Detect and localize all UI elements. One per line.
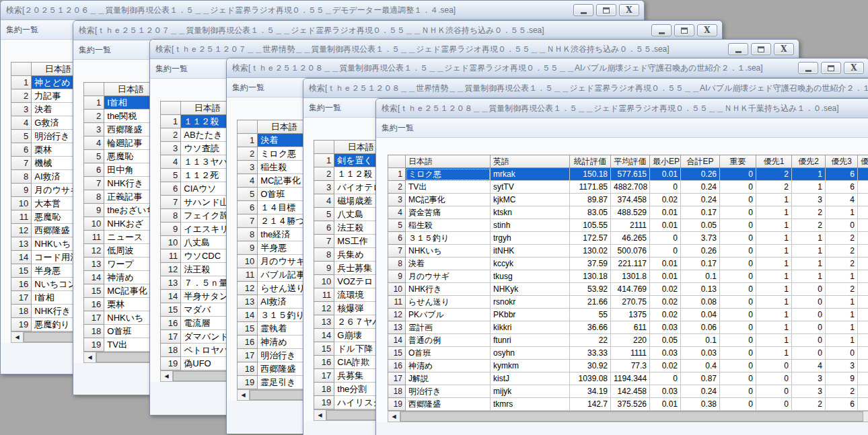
- row-number-cell[interactable]: 4: [238, 174, 258, 188]
- result-cell[interactable]: 0: [792, 347, 826, 360]
- result-cell[interactable]: 2: [756, 181, 792, 194]
- result-cell[interactable]: 0: [650, 372, 681, 385]
- result-cell[interactable]: 0: [720, 334, 756, 347]
- row-number-cell[interactable]: 2: [84, 110, 104, 123]
- maximize-button[interactable]: [751, 43, 771, 55]
- result-cell[interactable]: 130.02: [570, 245, 611, 258]
- row-number-cell[interactable]: 6: [11, 143, 32, 157]
- row-number-cell[interactable]: 12: [161, 263, 181, 276]
- result-cell[interactable]: 神清め: [406, 360, 491, 372]
- row-number-cell[interactable]: 16: [84, 298, 104, 311]
- row-number-cell[interactable]: 19: [11, 318, 32, 331]
- result-cell[interactable]: 1: [756, 206, 792, 219]
- overflow-cell[interactable]: [858, 347, 868, 360]
- result-cell[interactable]: 0: [720, 194, 756, 206]
- result-cell[interactable]: 142.458: [611, 385, 650, 398]
- row-number-cell[interactable]: 5: [314, 208, 334, 221]
- row-number-cell[interactable]: 14: [161, 290, 181, 303]
- row-number-cell[interactable]: 16: [238, 335, 258, 349]
- row-number-cell[interactable]: 14: [11, 251, 32, 264]
- overflow-cell[interactable]: [858, 360, 868, 372]
- result-cell[interactable]: kikkri: [491, 321, 570, 334]
- close-button[interactable]: X: [844, 62, 864, 74]
- close-button[interactable]: X: [774, 43, 794, 55]
- row-number-cell[interactable]: 19: [238, 376, 258, 389]
- result-cell[interactable]: 6: [826, 181, 858, 194]
- result-cell[interactable]: 0.24: [681, 194, 720, 206]
- result-cell[interactable]: 0.01: [650, 258, 681, 270]
- result-cell[interactable]: 2: [792, 206, 826, 219]
- row-number-cell[interactable]: 5: [11, 130, 32, 143]
- result-cell[interactable]: 0.4: [681, 360, 720, 372]
- result-cell[interactable]: 0.01: [650, 168, 681, 181]
- row-number-cell[interactable]: 1: [238, 134, 258, 147]
- result-cell[interactable]: 0.02: [650, 360, 681, 372]
- result-cell[interactable]: 22: [570, 334, 611, 347]
- result-cell[interactable]: ktskn: [491, 206, 570, 219]
- horizontal-scrollbar[interactable]: ◀: [83, 352, 157, 363]
- result-cell[interactable]: 0.03: [650, 385, 681, 398]
- row-number-cell[interactable]: 11: [84, 231, 104, 244]
- result-cell[interactable]: 明治行き: [406, 385, 491, 398]
- result-cell[interactable]: 0.01: [650, 270, 681, 283]
- result-cell[interactable]: rsnokr: [491, 296, 570, 309]
- column-header-10[interactable]: 優先3: [826, 155, 858, 168]
- result-cell[interactable]: kjkMC: [491, 194, 570, 206]
- result-cell[interactable]: 46.265: [611, 232, 650, 245]
- result-cell[interactable]: 0.24: [681, 181, 720, 194]
- result-cell[interactable]: 4882.708: [611, 181, 650, 194]
- result-cell[interactable]: 0.02: [650, 283, 681, 296]
- result-cell[interactable]: 2: [826, 385, 858, 398]
- result-cell[interactable]: 2: [756, 168, 792, 181]
- row-number-cell[interactable]: 2: [314, 167, 334, 181]
- row-number-cell[interactable]: 1: [314, 154, 334, 167]
- scroll-left-arrow[interactable]: ◀: [314, 410, 326, 420]
- result-cell[interactable]: 1171.85: [570, 181, 611, 194]
- row-number-cell[interactable]: 18: [238, 362, 258, 376]
- result-cell[interactable]: 1: [756, 283, 792, 296]
- result-cell[interactable]: 0.26: [681, 168, 720, 181]
- result-cell[interactable]: 1039.08: [570, 372, 611, 385]
- overflow-cell[interactable]: [858, 219, 868, 232]
- row-number-cell[interactable]: 8: [11, 170, 32, 184]
- column-header-overflow[interactable]: 優: [858, 155, 868, 168]
- result-cell[interactable]: 55: [570, 309, 611, 321]
- result-cell[interactable]: 資金苦痛: [406, 206, 491, 219]
- overflow-cell[interactable]: [858, 258, 868, 270]
- scrollbar-thumb[interactable]: [173, 371, 233, 381]
- row-number-cell[interactable]: 4: [84, 136, 104, 150]
- row-number-cell[interactable]: 8: [314, 248, 334, 262]
- result-cell[interactable]: 1: [756, 334, 792, 347]
- row-number-cell[interactable]: 10: [238, 255, 258, 268]
- row-number-cell[interactable]: 2: [11, 89, 32, 103]
- result-cell[interactable]: 0: [650, 181, 681, 194]
- result-cell[interactable]: 53.92: [570, 283, 611, 296]
- result-cell[interactable]: 142.7: [570, 398, 611, 411]
- row-number-cell[interactable]: 9: [314, 262, 334, 275]
- row-number-cell[interactable]: 3: [314, 181, 334, 194]
- result-cell[interactable]: 0: [720, 270, 756, 283]
- result-cell[interactable]: 1: [756, 232, 792, 245]
- row-number-cell[interactable]: 19: [314, 396, 334, 409]
- horizontal-scrollbar[interactable]: ◀: [237, 389, 311, 401]
- row-number-cell[interactable]: 7: [84, 177, 104, 190]
- result-cell[interactable]: J解説: [406, 372, 491, 385]
- row-number-cell[interactable]: 5: [84, 150, 104, 163]
- result-cell[interactable]: kymkm: [491, 360, 570, 372]
- result-cell[interactable]: 0.06: [681, 321, 720, 334]
- result-cell[interactable]: 決着: [406, 258, 491, 270]
- result-cell[interactable]: 0: [720, 283, 756, 296]
- result-cell[interactable]: 1: [756, 296, 792, 309]
- result-cell[interactable]: osyhn: [491, 347, 570, 360]
- result-cell[interactable]: 130.18: [570, 270, 611, 283]
- overflow-cell[interactable]: [858, 321, 868, 334]
- row-number-cell[interactable]: 10: [11, 197, 32, 210]
- row-number-cell[interactable]: 9: [388, 270, 406, 283]
- row-number-cell[interactable]: 14: [388, 334, 406, 347]
- result-cell[interactable]: 3: [792, 372, 826, 385]
- row-number-cell[interactable]: 13: [11, 237, 32, 251]
- result-cell[interactable]: 374.458: [611, 194, 650, 206]
- result-cell[interactable]: 1111: [611, 347, 650, 360]
- scroll-left-arrow[interactable]: ◀: [161, 371, 173, 381]
- result-cell[interactable]: 1: [792, 258, 826, 270]
